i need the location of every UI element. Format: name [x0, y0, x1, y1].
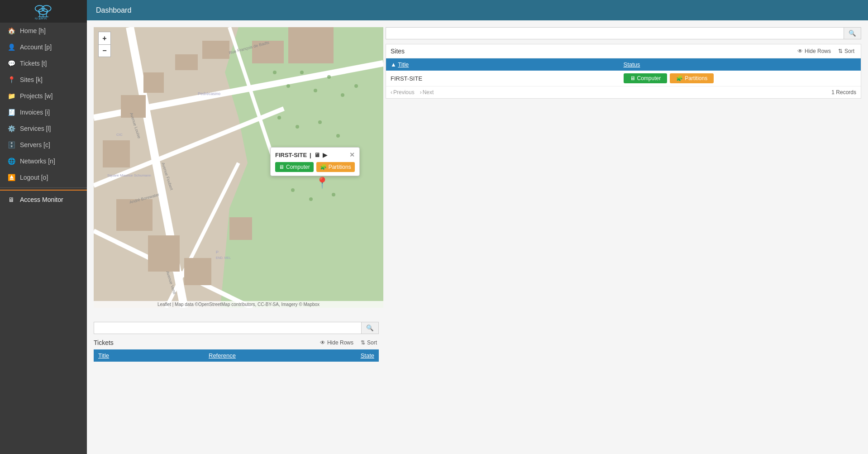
- hide-rows-eye-icon: 👁: [797, 48, 803, 54]
- sites-search-input[interactable]: [386, 28, 844, 39]
- popup-computer-button[interactable]: 🖥 Computer: [275, 162, 314, 172]
- zoom-in-button[interactable]: +: [98, 32, 111, 44]
- sort-icon: ⇅: [361, 339, 365, 346]
- sidebar-item-access-monitor[interactable]: 🖥 Access Monitor: [0, 190, 87, 209]
- tickets-search-input[interactable]: [94, 322, 361, 334]
- tickets-title-sort-link[interactable]: Title: [98, 352, 109, 359]
- svg-rect-20: [103, 140, 130, 167]
- nav-menu: 🏠 Home [h] 👤 Account [p] 💬 Tickets [t] 📍…: [0, 23, 87, 454]
- access-monitor-icon: 🖥: [7, 196, 15, 203]
- popup-site-name: FIRST-SITE: [275, 152, 307, 158]
- page-title: Dashboard: [96, 6, 131, 14]
- sidebar-item-account[interactable]: 👤 Account [p]: [0, 39, 87, 55]
- sort-up-icon: ▲: [391, 61, 396, 68]
- tickets-col-reference: Reference: [209, 352, 319, 359]
- sites-search-button[interactable]: 🔍: [844, 28, 861, 39]
- svg-point-54: [332, 193, 335, 196]
- map-popup-title: FIRST-SITE | 🖥 ▶ ✕: [275, 151, 355, 158]
- page-wrapper: Dashboard: [87, 0, 868, 454]
- popup-buttons: 🖥 Computer 🧩 Partitions: [275, 162, 355, 172]
- invoices-icon: 🧾: [7, 109, 15, 116]
- sites-status-sort-link[interactable]: Status: [624, 61, 640, 68]
- left-content: Rue François de Badts Avenue Louise Aven…: [87, 20, 386, 454]
- right-content: 🔍 Sites 👁 Hide Rows ⇅ Sort: [386, 20, 868, 454]
- site-title-cell: FIRST-SITE: [391, 75, 624, 82]
- next-page-button[interactable]: › Next: [420, 89, 434, 96]
- sidebar-item-home[interactable]: 🏠 Home [h]: [0, 23, 87, 39]
- previous-page-button[interactable]: ‹ Previous: [391, 89, 415, 96]
- sidebar-item-invoices[interactable]: 🧾 Invoices [i]: [0, 104, 87, 120]
- app-logo: SLAPOS: [0, 0, 87, 23]
- sidebar-item-networks[interactable]: 🌐 Networks [n]: [0, 153, 87, 169]
- svg-text:P: P: [216, 250, 219, 254]
- servers-icon: 🗄️: [7, 141, 15, 148]
- sites-table-header: ▲ Title Status: [386, 58, 861, 71]
- svg-point-46: [318, 120, 322, 124]
- svg-point-53: [309, 197, 313, 201]
- logout-icon: ⏏️: [7, 174, 15, 181]
- sidebar-item-logout[interactable]: ⏏️ Logout [o]: [0, 169, 87, 186]
- tickets-icon: 💬: [7, 60, 15, 67]
- svg-rect-23: [184, 258, 211, 285]
- popup-monitor-icon: 🖥: [314, 152, 320, 158]
- popup-close-button[interactable]: ✕: [349, 151, 355, 158]
- sites-col-title: ▲ Title: [391, 61, 624, 68]
- svg-text:Pedrécasino: Pedrécasino: [198, 91, 220, 96]
- zoom-out-button[interactable]: −: [98, 44, 111, 57]
- svg-point-52: [291, 188, 295, 192]
- tickets-search-container: 🔍: [94, 322, 379, 334]
- sidebar-item-projects[interactable]: 📁 Projects [w]: [0, 88, 87, 104]
- table-row: FIRST-SITE 🖥 Computer 🧩 Partitions: [386, 71, 861, 86]
- eye-icon: 👁: [320, 339, 325, 346]
- sites-sort-button[interactable]: ⇅ Sort: [836, 47, 856, 55]
- sites-title-sort-link[interactable]: Title: [398, 61, 409, 68]
- svg-point-40: [314, 89, 317, 92]
- sites-search-container: 🔍: [386, 27, 861, 39]
- sites-sort-icon: ⇅: [838, 48, 843, 54]
- sites-hide-rows-button[interactable]: 👁 Hide Rows: [796, 47, 833, 55]
- svg-point-44: [277, 116, 281, 119]
- svg-rect-24: [229, 217, 252, 240]
- map-location-pin[interactable]: 📍: [315, 177, 329, 189]
- sites-pagination: ‹ Previous › Next 1 Records: [386, 86, 861, 98]
- map-area[interactable]: Rue François de Badts Avenue Louise Aven…: [94, 27, 383, 308]
- tickets-hide-rows-button[interactable]: 👁 Hide Rows: [318, 339, 355, 347]
- tickets-state-sort-link[interactable]: State: [361, 352, 374, 359]
- projects-icon: 📁: [7, 92, 15, 100]
- popup-separator: |: [310, 152, 311, 158]
- sidebar-item-services[interactable]: ⚙️ Services [l]: [0, 120, 87, 137]
- tickets-search-button[interactable]: 🔍: [361, 322, 378, 334]
- svg-point-42: [341, 93, 344, 97]
- computer-status-icon: 🖥: [630, 75, 635, 81]
- tickets-label: Tickets: [94, 339, 114, 346]
- map-zoom-controls: + −: [98, 32, 111, 57]
- home-icon: 🏠: [7, 27, 15, 34]
- sidebar-item-tickets[interactable]: 💬 Tickets [t]: [0, 55, 87, 72]
- chevron-left-icon: ‹: [391, 89, 392, 96]
- svg-point-39: [300, 71, 304, 74]
- map-container: Rue François de Badts Avenue Louise Aven…: [94, 27, 383, 308]
- svg-point-43: [354, 84, 358, 88]
- site-computer-button[interactable]: 🖥 Computer: [624, 73, 668, 83]
- sidebar-item-sites[interactable]: 📍 Sites [k]: [0, 72, 87, 88]
- svg-rect-22: [148, 235, 180, 272]
- services-icon: ⚙️: [7, 125, 15, 132]
- map-attribution: Leaflet | Map data ©OpenStreetMap contri…: [94, 301, 383, 308]
- sites-header: Sites 👁 Hide Rows ⇅ Sort: [386, 44, 861, 58]
- sites-label: Sites: [391, 48, 405, 55]
- sidebar-item-servers[interactable]: 🗄️ Servers [c]: [0, 137, 87, 153]
- tickets-table-header: Title Reference State: [94, 349, 379, 362]
- chevron-right-icon: ›: [420, 89, 422, 96]
- svg-point-37: [273, 71, 277, 74]
- sites-icon: 📍: [7, 76, 15, 83]
- tickets-sort-button[interactable]: ⇅ Sort: [359, 339, 379, 347]
- networks-icon: 🌐: [7, 158, 15, 165]
- svg-rect-26: [288, 27, 334, 63]
- tickets-col-title: Title: [98, 352, 209, 359]
- popup-partitions-button[interactable]: 🧩 Partitions: [316, 162, 355, 172]
- site-partitions-button[interactable]: 🧩 Partitions: [670, 73, 714, 83]
- tickets-reference-sort-link[interactable]: Reference: [209, 352, 236, 359]
- main-body: Rue François de Badts Avenue Louise Aven…: [87, 20, 868, 454]
- map-popup: FIRST-SITE | 🖥 ▶ ✕ 🖥 Computer: [270, 147, 360, 176]
- svg-rect-16: [202, 41, 229, 59]
